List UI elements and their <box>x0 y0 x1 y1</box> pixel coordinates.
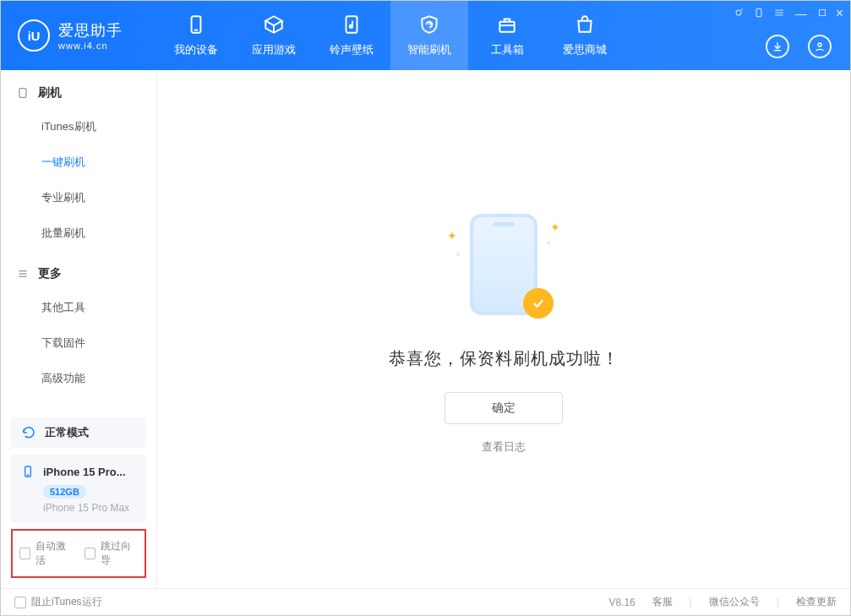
checkbox-icon <box>14 597 26 608</box>
device-model: iPhone 15 Pro Max <box>43 502 136 514</box>
refresh-icon <box>21 425 36 440</box>
view-log-link[interactable]: 查看日志 <box>482 439 526 455</box>
wechat-link[interactable]: 微信公众号 <box>709 595 760 609</box>
nav-tab-ringtones[interactable]: 铃声壁纸 <box>313 1 390 70</box>
sparkle-icon: ✦ <box>456 251 461 259</box>
svg-rect-12 <box>819 10 825 16</box>
app-header: iU 爱思助手 www.i4.cn 我的设备 应用游戏 铃声壁纸 智能刷机 工具… <box>1 1 850 70</box>
window-btn-2-icon[interactable] <box>753 7 765 21</box>
svg-rect-8 <box>756 8 761 16</box>
sparkle-icon: ✦ <box>447 229 457 243</box>
nav-tab-flash[interactable]: 智能刷机 <box>390 1 468 70</box>
checkbox-auto-activate[interactable]: 自动激活 <box>19 539 73 568</box>
sidebar-item-other-tools[interactable]: 其他工具 <box>1 290 156 325</box>
svg-point-4 <box>350 25 352 28</box>
svg-rect-15 <box>19 89 26 98</box>
status-label: 正常模式 <box>45 425 89 440</box>
logo-text: 爱思助手 www.i4.cn <box>58 20 123 51</box>
footer: 阻止iTunes运行 V8.16 客服 | 微信公众号 | 检查更新 <box>1 588 850 615</box>
nav-tab-apps[interactable]: 应用游戏 <box>235 1 313 70</box>
nav-tab-device[interactable]: 我的设备 <box>157 1 235 70</box>
storage-chip: 512GB <box>43 485 86 499</box>
app-body: 刷机 iTunes刷机 一键刷机 专业刷机 批量刷机 更多 其他工具 下载固件 … <box>1 70 850 588</box>
header-right-icons <box>766 35 832 58</box>
separator: | <box>777 597 779 608</box>
sidebar-item-batch-flash[interactable]: 批量刷机 <box>1 215 156 251</box>
device-name: iPhone 15 Pro... <box>43 466 126 478</box>
check-badge-icon <box>523 288 554 319</box>
update-link[interactable]: 检查更新 <box>796 595 837 609</box>
list-icon <box>16 267 30 281</box>
menu-icon[interactable] <box>773 7 785 21</box>
footer-right: V8.16 客服 | 微信公众号 | 检查更新 <box>608 595 837 609</box>
phone-icon <box>185 14 207 35</box>
sidebar-section-more: 更多 其他工具 下载固件 高级功能 <box>1 251 156 396</box>
main-panel: ✦ ✦ ✦ ✦ 恭喜您，保资料刷机成功啦！ 确定 查看日志 <box>157 70 850 588</box>
sidebar-item-itunes-flash[interactable]: iTunes刷机 <box>1 109 156 144</box>
checkbox-skip-wizard[interactable]: 跳过向导 <box>85 539 138 568</box>
device-card[interactable]: iPhone 15 Pro... 512GB iPhone 15 Pro Max <box>11 455 146 522</box>
success-message: 恭喜您，保资料刷机成功啦！ <box>389 347 619 370</box>
svg-text:iU: iU <box>28 30 41 43</box>
sidebar-item-advanced[interactable]: 高级功能 <box>1 361 156 396</box>
window-controls: — × <box>733 6 843 21</box>
checkbox-icon <box>85 548 95 559</box>
app-url: www.i4.cn <box>58 41 123 51</box>
maximize-icon[interactable] <box>817 7 827 20</box>
refresh-shield-icon <box>418 14 440 35</box>
app-logo-icon: iU <box>18 19 50 52</box>
nav-tab-toolbox[interactable]: 工具箱 <box>468 1 546 70</box>
status-card[interactable]: 正常模式 <box>11 417 146 448</box>
sidebar: 刷机 iTunes刷机 一键刷机 专业刷机 批量刷机 更多 其他工具 下载固件 … <box>1 70 157 588</box>
toolbox-icon <box>496 14 518 35</box>
checkbox-icon <box>19 548 30 559</box>
window-btn-1-icon[interactable] <box>733 7 745 21</box>
close-icon[interactable]: × <box>836 6 843 21</box>
sidebar-bottom: 正常模式 iPhone 15 Pro... 512GB iPhone 15 Pr… <box>1 411 156 588</box>
app-name: 爱思助手 <box>58 20 123 41</box>
success-illustration: ✦ ✦ ✦ ✦ <box>449 214 559 324</box>
sidebar-item-download-firmware[interactable]: 下载固件 <box>1 325 156 361</box>
download-icon[interactable] <box>766 35 789 58</box>
checkbox-block-itunes[interactable]: 阻止iTunes运行 <box>14 595 102 609</box>
sidebar-section-flash: 刷机 iTunes刷机 一键刷机 专业刷机 批量刷机 <box>1 70 156 251</box>
user-icon[interactable] <box>808 35 832 58</box>
sidebar-header-flash[interactable]: 刷机 <box>1 77 156 109</box>
version-label: V8.16 <box>608 597 635 608</box>
svg-point-7 <box>736 10 741 15</box>
shopping-bag-icon <box>574 14 596 35</box>
sidebar-item-onekey-flash[interactable]: 一键刷机 <box>1 144 156 180</box>
sidebar-item-pro-flash[interactable]: 专业刷机 <box>1 180 156 215</box>
nav-tab-store[interactable]: 爱思商城 <box>546 1 624 70</box>
separator: | <box>690 597 692 608</box>
music-note-icon <box>341 14 363 35</box>
cube-icon <box>263 14 285 35</box>
ok-button[interactable]: 确定 <box>445 392 563 424</box>
highlight-options: 自动激活 跳过向导 <box>11 529 146 578</box>
nav-tabs: 我的设备 应用游戏 铃声壁纸 智能刷机 工具箱 爱思商城 <box>157 1 624 70</box>
phone-device-icon <box>21 463 35 480</box>
minimize-icon[interactable]: — <box>794 7 809 20</box>
sparkle-icon: ✦ <box>546 239 552 247</box>
tablet-icon <box>16 86 30 100</box>
svg-rect-5 <box>499 22 514 32</box>
sidebar-header-more[interactable]: 更多 <box>1 258 156 290</box>
sparkle-icon: ✦ <box>550 221 560 234</box>
support-link[interactable]: 客服 <box>652 595 673 609</box>
logo-area: iU 爱思助手 www.i4.cn <box>1 1 157 70</box>
svg-point-14 <box>818 43 821 46</box>
